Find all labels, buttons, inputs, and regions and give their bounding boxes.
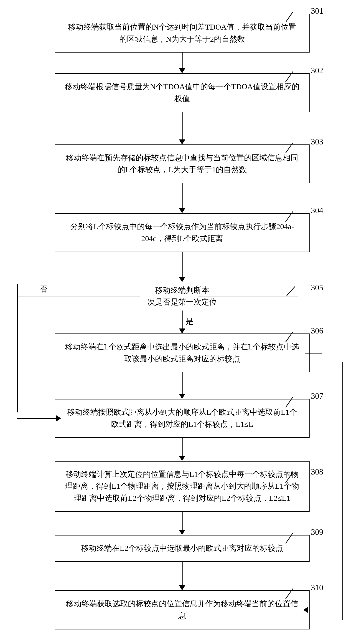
step-306: 移动终端在L个欧式距离中选出最小的欧式距离，并在L个标较点中选取该最小的欧式距离… (27, 334, 337, 372)
return-306-h1 (305, 353, 322, 354)
return-310-arrowhead (303, 607, 308, 613)
step-305-decision: 移动终端判断本 次是否是第一次定位 305 否 (27, 282, 337, 310)
step-305-line2: 次是否是第一次定位 (147, 296, 217, 308)
step-305-leader-diag (286, 286, 304, 304)
step-307-text: 移动终端按照欧式距离从小到大的顺序从L个欧式距离中选取前L1个欧式距离，得到对应… (67, 408, 297, 428)
arrow-306-307 (179, 372, 185, 399)
step-305-line1: 移动终端判断本 (147, 284, 217, 296)
step-301-num: 301 (311, 7, 323, 15)
step-307-box: 移动终端按照欧式距离从小到大的顺序从L个欧式距离中选取前L1个欧式距离，得到对应… (55, 399, 309, 438)
step-304-text: 分别将L个标较点中的每一个标较点作为当前标较点执行步骤204a-204c，得到L… (70, 222, 294, 243)
step-304-box: 分别将L个标较点中的每一个标较点作为当前标较点执行步骤204a-204c，得到L… (55, 213, 309, 252)
step-301: 移动终端获取当前位置的N个达到时间差TDOA值，并获取当前位置的区域信息，N为大… (27, 14, 337, 52)
step-301-box: 移动终端获取当前位置的N个达到时间差TDOA值，并获取当前位置的区域信息，N为大… (55, 14, 309, 52)
branch-no-arrowhead (56, 415, 61, 422)
step-305-text: 移动终端判断本 次是否是第一次定位 (147, 282, 217, 310)
step-302-box: 移动终端根据信号质量为N个TDOA值中的每一个TDOA值设置相应的权值 (55, 73, 309, 112)
step-303-num: 303 (311, 138, 323, 146)
step-307: 移动终端按照欧式距离从小到大的顺序从L个欧式距离中选取前L1个欧式距离，得到对应… (27, 399, 337, 438)
step-302-text: 移动终端根据信号质量为N个TDOA值中的每一个TDOA值设置相应的权值 (65, 82, 299, 103)
step-304: 分别将L个标较点中的每一个标较点作为当前标较点执行步骤204a-204c，得到L… (27, 213, 337, 252)
branch-no-h2 (17, 418, 59, 419)
step-303-text: 移动终端在预先存储的标较点信息中查找与当前位置的区域信息相同的L个标较点，L为大… (66, 154, 298, 174)
step-310-num: 310 (311, 584, 323, 592)
branch-no-v (17, 284, 18, 412)
step-301-text: 移动终端获取当前位置的N个达到时间差TDOA值，并获取当前位置的区域信息，N为大… (68, 23, 296, 43)
step-310-box: 移动终端获取选取的标较点的位置信息并作为移动终端当前的位置信息 (55, 590, 309, 629)
branch-no-h1 (17, 296, 140, 296)
step-309-text: 移动终端在L2个标较点中选取最小的欧式距离对应的标较点 (81, 544, 283, 552)
step-303-box: 移动终端在预先存储的标较点信息中查找与当前位置的区域信息相同的L个标较点，L为大… (55, 144, 309, 183)
step-308-box: 移动终端计算上次定位的位置信息与L1个标较点中每一个标较点的物理距离，得到L1个… (55, 461, 309, 512)
step-309: 移动终端在L2个标较点中选取最小的欧式距离对应的标较点 309 (27, 535, 337, 562)
step-308-text: 移动终端计算上次定位的位置信息与L1个标较点中每一个标较点的物理距离，得到L1个… (65, 470, 299, 502)
return-306-310-v (342, 362, 342, 620)
step-304-num: 304 (311, 206, 323, 214)
step-306-num: 306 (311, 327, 323, 335)
step-303: 移动终端在预先存储的标较点信息中查找与当前位置的区域信息相同的L个标较点，L为大… (27, 144, 337, 183)
step-302-num: 302 (311, 66, 323, 74)
arrow-307-308 (179, 438, 185, 461)
arrow-301-302 (179, 52, 185, 73)
arrow-302-303 (179, 112, 185, 144)
step-309-box: 移动终端在L2个标较点中选取最小的欧式距离对应的标较点 (55, 535, 309, 562)
step-308-num: 308 (311, 468, 323, 476)
step-310-text: 移动终端获取选取的标较点的位置信息并作为移动终端当前的位置信息 (66, 600, 298, 620)
step-307-num: 307 (311, 392, 323, 400)
step-309-num: 309 (311, 528, 323, 536)
arrow-303-304 (179, 183, 185, 213)
arrow-309-310 (179, 562, 185, 590)
step-306-box: 移动终端在L个欧式距离中选出最小的欧式距离，并在L个标较点中选取该最小的欧式距离… (55, 334, 309, 372)
arrow-304-305 (179, 252, 185, 282)
label-yes: 是 (186, 316, 193, 327)
arrow-308-309 (179, 512, 185, 535)
label-no: 否 (40, 284, 48, 294)
step-306-text: 移动终端在L个欧式距离中选出最小的欧式距离，并在L个标较点中选取该最小的欧式距离… (65, 342, 299, 363)
step-302: 移动终端根据信号质量为N个TDOA值中的每一个TDOA值设置相应的权值 302 (27, 73, 337, 112)
step-308: 移动终端计算上次定位的位置信息与L1个标较点中每一个标较点的物理距离，得到L1个… (27, 461, 337, 512)
step-310: 移动终端获取选取的标较点的位置信息并作为移动终端当前的位置信息 310 (27, 590, 337, 629)
arrow-305-306: 是 (179, 310, 185, 334)
flowchart: 移动终端获取当前位置的N个达到时间差TDOA值，并获取当前位置的区域信息，N为大… (27, 14, 337, 630)
step-305-num: 305 (311, 284, 323, 292)
